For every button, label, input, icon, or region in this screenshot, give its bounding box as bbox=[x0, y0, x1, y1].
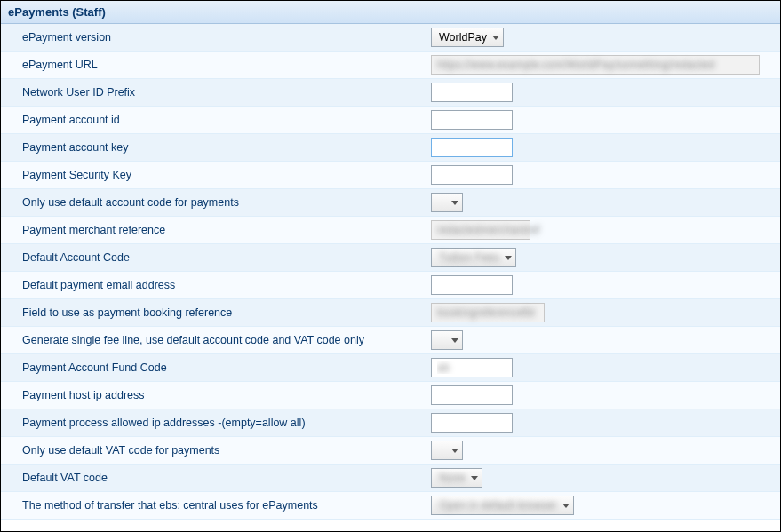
section-title: ePayments (Staff) bbox=[8, 5, 106, 19]
setting-control bbox=[431, 275, 777, 295]
setting-control: bookingreferencefld bbox=[431, 303, 777, 322]
payment_security-input[interactable] bbox=[431, 165, 513, 185]
setting-row-epayment_version: ePayment versionWorldPay bbox=[1, 24, 780, 52]
setting-control bbox=[431, 165, 777, 185]
setting-label: Default Account Code bbox=[22, 251, 431, 264]
setting-label: Only use default VAT code for payments bbox=[22, 444, 431, 457]
setting-control bbox=[431, 413, 777, 433]
setting-row-payment_account_key: Payment account key bbox=[1, 134, 780, 162]
default_vat-select[interactable]: None bbox=[431, 468, 482, 488]
setting-row-default_email: Default payment email address bbox=[1, 272, 780, 299]
setting-control bbox=[431, 441, 777, 460]
booking_ref_field-display: bookingreferencefld bbox=[431, 303, 545, 322]
setting-control: WorldPay bbox=[431, 28, 777, 47]
setting-row-epayment_url: ePayment URLhttps://www.example.com/Worl… bbox=[1, 52, 780, 79]
setting-label: Field to use as payment booking referenc… bbox=[22, 306, 431, 319]
setting-label: The method of transfer that ebs: central… bbox=[22, 499, 431, 512]
setting-row-payment_security: Payment Security Key bbox=[1, 162, 780, 189]
setting-row-network_user_prefix: Network User ID Prefix bbox=[1, 79, 780, 107]
default_email-input[interactable] bbox=[431, 275, 513, 295]
setting-control bbox=[431, 110, 777, 130]
setting-label: Payment Security Key bbox=[22, 169, 431, 181]
settings-rows: ePayment versionWorldPayePayment URLhttp… bbox=[1, 24, 780, 520]
payment_account_id-input[interactable] bbox=[431, 110, 513, 130]
setting-control bbox=[431, 358, 777, 377]
setting-label: Network User ID Prefix bbox=[22, 86, 431, 99]
fund_code-input[interactable] bbox=[431, 358, 513, 377]
setting-row-default_vat: Default VAT codeNone bbox=[1, 465, 780, 492]
setting-control: Tuition Fees bbox=[431, 248, 777, 267]
setting-row-default_acct_code: Default Account CodeTuition Fees bbox=[1, 244, 780, 272]
setting-row-transfer_method: The method of transfer that ebs: central… bbox=[1, 492, 780, 520]
select-value: Open in default browser bbox=[439, 499, 557, 512]
setting-row-payment_account_id: Payment account id bbox=[1, 107, 780, 134]
setting-control: https://www.example.com/WorldPay/somethi… bbox=[431, 55, 777, 75]
section-header: ePayments (Staff) bbox=[1, 1, 780, 24]
only_default_vat-select[interactable] bbox=[431, 441, 463, 460]
merchant_ref-display: redactedmerchantref bbox=[431, 220, 530, 240]
setting-control bbox=[431, 385, 777, 405]
payment_account_key-input[interactable] bbox=[431, 138, 513, 157]
setting-label: Payment Account Fund Code bbox=[22, 361, 431, 374]
host_ip-input[interactable] bbox=[431, 385, 513, 405]
setting-label: Default VAT code bbox=[22, 472, 431, 484]
setting-row-only_default_vat: Only use default VAT code for payments bbox=[1, 437, 780, 465]
allowed_ip-input[interactable] bbox=[431, 413, 513, 433]
chevron-down-icon bbox=[451, 449, 458, 453]
transfer_method-select[interactable]: Open in default browser bbox=[431, 496, 574, 515]
epayment_url-display: https://www.example.com/WorldPay/somethi… bbox=[431, 55, 760, 75]
setting-control: redactedmerchantref bbox=[431, 220, 777, 240]
network_user_prefix-input[interactable] bbox=[431, 83, 513, 102]
setting-row-merchant_ref: Payment merchant referenceredactedmercha… bbox=[1, 217, 780, 244]
setting-row-fund_code: Payment Account Fund Code bbox=[1, 354, 780, 382]
setting-row-host_ip: Payment host ip address bbox=[1, 382, 780, 409]
setting-control bbox=[431, 83, 777, 102]
setting-row-only_default_acct: Only use default account code for paymen… bbox=[1, 189, 780, 217]
chevron-down-icon bbox=[471, 476, 478, 480]
setting-label: Payment merchant reference bbox=[22, 224, 431, 236]
setting-control bbox=[431, 330, 777, 350]
setting-label: ePayment version bbox=[22, 31, 431, 44]
setting-label: Default payment email address bbox=[22, 279, 431, 291]
setting-label: Payment host ip address bbox=[22, 389, 431, 401]
setting-label: Only use default account code for paymen… bbox=[22, 196, 431, 209]
setting-row-allowed_ip: Payment process allowed ip addresses -(e… bbox=[1, 409, 780, 437]
select-value: WorldPay bbox=[439, 31, 487, 44]
chevron-down-icon bbox=[492, 36, 499, 40]
setting-control: None bbox=[431, 468, 777, 488]
select-value: Tuition Fees bbox=[439, 251, 499, 264]
chevron-down-icon bbox=[562, 504, 570, 508]
chevron-down-icon bbox=[451, 201, 458, 205]
only_default_acct-select[interactable] bbox=[431, 193, 463, 212]
setting-control bbox=[431, 138, 777, 157]
single_fee_line-select[interactable] bbox=[431, 330, 463, 350]
setting-control: Open in default browser bbox=[431, 496, 777, 515]
setting-label: Payment account key bbox=[22, 141, 431, 154]
epayment_version-select[interactable]: WorldPay bbox=[431, 28, 504, 47]
setting-label: ePayment URL bbox=[22, 59, 431, 71]
setting-row-booking_ref_field: Field to use as payment booking referenc… bbox=[1, 299, 780, 327]
setting-label: Generate single fee line, use default ac… bbox=[22, 334, 431, 346]
setting-control bbox=[431, 193, 777, 212]
setting-row-single_fee_line: Generate single fee line, use default ac… bbox=[1, 327, 780, 354]
select-value: None bbox=[439, 472, 466, 484]
setting-label: Payment account id bbox=[22, 114, 431, 126]
default_acct_code-select[interactable]: Tuition Fees bbox=[431, 248, 516, 267]
setting-label: Payment process allowed ip addresses -(e… bbox=[22, 417, 431, 429]
chevron-down-icon bbox=[451, 338, 458, 343]
chevron-down-icon bbox=[505, 256, 512, 260]
